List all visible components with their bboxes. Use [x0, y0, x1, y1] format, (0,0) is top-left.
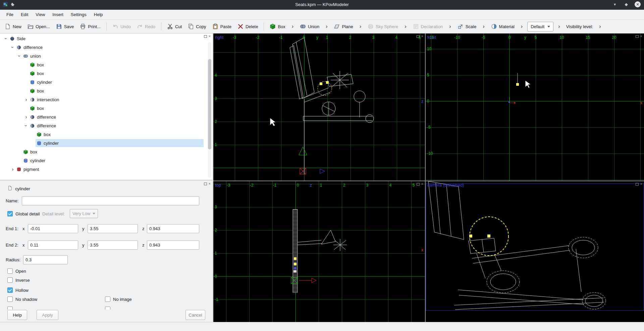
toolbar-button-sky-sphere[interactable]: Sky Sphere	[365, 22, 401, 31]
tree-item-box[interactable]: box	[0, 130, 213, 139]
global-detail-checkbox[interactable]	[7, 211, 13, 216]
menu-item-file[interactable]: File	[3, 11, 17, 18]
end2-z-input[interactable]	[147, 241, 199, 250]
end2-x-input[interactable]	[28, 241, 78, 250]
toolbar-button-scale[interactable]: Scale	[455, 22, 479, 31]
close-icon[interactable]: ×	[209, 35, 211, 38]
expand-arrow-icon[interactable]: ›	[10, 167, 15, 172]
viewport-front[interactable]: front -15-10-505101520y1050-5-10x ×	[426, 34, 644, 181]
tree-item-box[interactable]: box	[0, 86, 213, 95]
expand-arrow-icon[interactable]: ›	[23, 115, 29, 119]
toolbar-button-delete[interactable]: Delete	[235, 22, 261, 31]
toolbar-chevron-icon[interactable]: ›	[596, 23, 604, 29]
undock-icon[interactable]	[204, 183, 207, 185]
toolbar-button-cut[interactable]: Cut	[164, 22, 184, 31]
collapse-arrow-icon[interactable]: ›	[10, 45, 15, 50]
menu-item-edit[interactable]: Edit	[17, 11, 32, 18]
toolbar-button-print[interactable]: Print...	[77, 22, 103, 31]
end2-y-input[interactable]	[88, 241, 138, 250]
no-image-checkbox[interactable]	[105, 296, 110, 302]
collapse-arrow-icon[interactable]: ›	[17, 53, 22, 59]
detail-level-dropdown[interactable]: Very Low	[70, 209, 98, 218]
toolbar-button-material[interactable]: Material	[488, 22, 517, 31]
toolbar-button-copy[interactable]: Copy	[185, 22, 209, 31]
tree-item-box[interactable]: box	[0, 147, 213, 156]
tree-item-difference[interactable]: ›difference	[0, 43, 213, 52]
toolbar-chevron-icon[interactable]: ›	[323, 23, 330, 29]
tree-item-intersection[interactable]: ›intersection	[0, 95, 213, 104]
toolbar-button-undo[interactable]: Undo	[110, 22, 133, 31]
undock-icon[interactable]	[417, 183, 420, 186]
toolbar-button-redo[interactable]: Redo	[134, 22, 158, 31]
apply-button[interactable]: Apply	[37, 310, 58, 320]
toolbar-button-label: Union	[308, 24, 319, 29]
toolbar-chevron-icon[interactable]: ›	[518, 23, 526, 29]
tree-item-union[interactable]: ›union	[0, 52, 213, 60]
toolbar-button-paste[interactable]: Paste	[210, 22, 234, 31]
close-icon[interactable]: ×	[421, 182, 423, 186]
clipped-checkbox[interactable]	[105, 307, 110, 310]
menu-item-insert[interactable]: Insert	[49, 11, 67, 18]
tree-item-box[interactable]: box	[0, 60, 213, 69]
close-icon[interactable]: ×	[209, 182, 211, 186]
cancel-button[interactable]: Cancel	[185, 310, 205, 320]
no-shadow-checkbox[interactable]	[7, 296, 13, 302]
name-input[interactable]	[22, 196, 199, 205]
toolbar-button-declaration[interactable]: Declaration	[410, 22, 446, 31]
clipped-checkbox[interactable]	[7, 307, 13, 310]
toolbar-button-union[interactable]: Union	[297, 22, 322, 31]
tree-scrollbar-thumb[interactable]	[208, 59, 211, 149]
undock-icon[interactable]	[636, 183, 639, 186]
maximize-button[interactable]: ◆	[623, 1, 629, 7]
tree-item-difference[interactable]: ›difference	[0, 121, 213, 130]
menu-item-view[interactable]: View	[32, 11, 49, 18]
collapse-arrow-icon[interactable]: ›	[4, 36, 8, 41]
tree-item-pigment[interactable]: ›pigment	[0, 165, 213, 174]
close-icon[interactable]: ×	[421, 35, 423, 38]
close-button[interactable]: ✕	[635, 1, 641, 7]
close-icon[interactable]: ×	[640, 35, 642, 38]
tree-scrollbar[interactable]	[208, 42, 211, 178]
toolbar-chevron-icon[interactable]: ›	[289, 23, 297, 29]
toolbar-chevron-icon[interactable]: ›	[446, 23, 454, 29]
tree-item-box[interactable]: box	[0, 69, 213, 78]
hollow-checkbox[interactable]	[7, 287, 13, 293]
tree-item-box[interactable]: box	[0, 104, 213, 113]
radius-input[interactable]	[23, 255, 68, 264]
toolbar-dropdown-default[interactable]: Default	[527, 22, 553, 31]
help-button[interactable]: Help	[7, 310, 27, 320]
menu-item-settings[interactable]: Settings	[67, 11, 90, 18]
viewport-right[interactable]: right -3-2-1012345y4321z ×	[213, 34, 425, 181]
undock-icon[interactable]	[636, 35, 639, 38]
viewport-top[interactable]: top -3-2-1012345z3210-1x ×	[213, 181, 425, 322]
end1-x-input[interactable]	[28, 224, 78, 233]
toolbar-button-new[interactable]: New	[2, 22, 24, 31]
close-icon[interactable]: ×	[640, 182, 642, 186]
tree-item-cylinder[interactable]: cylinder	[0, 78, 213, 86]
inverse-checkbox[interactable]	[7, 277, 13, 283]
tree-item-content: box	[29, 104, 204, 112]
toolbar-chevron-icon[interactable]: ›	[555, 23, 563, 29]
undock-icon[interactable]	[204, 35, 207, 38]
toolbar-chevron-icon[interactable]: ›	[401, 23, 409, 29]
tree-item-side[interactable]: ›Side	[0, 34, 213, 43]
minimize-button[interactable]: ▾	[612, 1, 618, 7]
toolbar-chevron-icon[interactable]: ›	[357, 23, 364, 29]
expand-arrow-icon[interactable]: ›	[23, 97, 29, 102]
toolbar-button-plane[interactable]: Plane	[331, 22, 356, 31]
open-checkbox[interactable]	[7, 268, 13, 274]
end1-z-input[interactable]	[147, 224, 199, 233]
end1-y-input[interactable]	[88, 224, 138, 233]
ruler-number: 0	[508, 35, 511, 40]
toolbar-button-open[interactable]: Open...	[25, 22, 53, 31]
toolbar-button-box[interactable]: Box	[267, 22, 288, 31]
toolbar-button-save[interactable]: Save	[53, 22, 77, 31]
menu-item-help[interactable]: Help	[90, 11, 107, 18]
tree-item-difference[interactable]: ›difference	[0, 113, 213, 121]
undock-icon[interactable]	[417, 35, 420, 38]
tree-item-cylinder[interactable]: cylinder	[0, 139, 213, 147]
tree-item-cylinder[interactable]: cylinder	[0, 156, 213, 165]
viewport-camera[interactable]: camera (unnamed) ×	[426, 181, 644, 322]
collapse-arrow-icon[interactable]: ›	[24, 123, 29, 128]
toolbar-chevron-icon[interactable]: ›	[480, 23, 487, 29]
